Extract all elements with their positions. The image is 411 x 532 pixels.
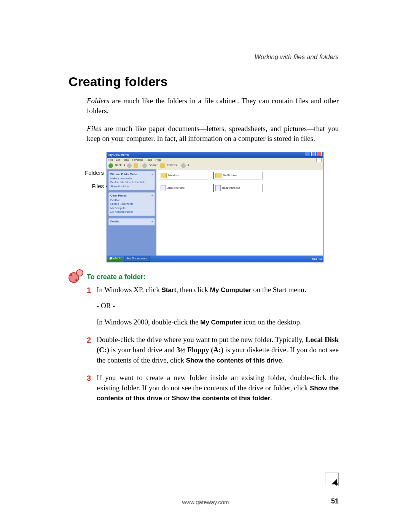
up-icon — [134, 163, 138, 168]
windows-flag-icon: ⊞ — [109, 257, 112, 261]
panel-header: Details — [110, 220, 153, 223]
page-number: 51 — [331, 497, 339, 505]
term-folders: Folders — [87, 97, 109, 105]
ui-label: 3½ Floppy (A:) — [177, 346, 223, 354]
xp-titlebar: My Documents — [107, 152, 323, 158]
step-number: 2 — [87, 335, 91, 345]
system-tray-clock: 4:13 PM — [312, 257, 322, 260]
menu-help: Help — [155, 158, 161, 161]
ui-label: My Computer — [210, 286, 252, 294]
xp-task-pane: File and Folder Tasks Make a new folder … — [107, 169, 156, 256]
start-button: ⊞ start — [107, 257, 123, 261]
or-separator: - OR - — [97, 301, 339, 311]
close-icon — [317, 152, 322, 156]
menu-tools: Tools — [146, 158, 152, 161]
place-item: My Computer — [110, 206, 153, 210]
folders-icon — [160, 163, 165, 168]
panel-other-places: Other Places Desktop Shared Documents My… — [108, 192, 155, 216]
windows-flag-icon — [316, 158, 322, 162]
place-item: My Network Places — [110, 210, 153, 214]
task-item: Publish this folder to the Web — [110, 181, 153, 184]
section-heading: Creating folders — [68, 74, 339, 89]
views-icon — [181, 163, 186, 168]
intro-block: Folders are much like the folders in a f… — [87, 96, 339, 262]
xp-content-area: My Music My Pictures ABC letter.doc — [156, 169, 323, 256]
menu-edit: Edit — [116, 158, 120, 161]
taskbar-button: My Documents — [124, 256, 150, 262]
file-item: Bank letter.doc — [213, 184, 263, 192]
ui-label: Show the contents of this drive — [186, 357, 282, 364]
procedure-steps: 1 In Windows XP, click Start, then click… — [87, 285, 339, 403]
place-item: Shared Documents — [110, 202, 153, 206]
place-item: Desktop — [110, 198, 153, 202]
ui-label: Show the contents of this folder — [172, 395, 270, 402]
window-controls — [305, 152, 322, 158]
search-icon — [142, 163, 147, 168]
term-files: Files — [87, 125, 101, 133]
procedure-title: To create a folder: — [87, 273, 339, 281]
procedure-block: To create a folder: 1 In Windows XP, cli… — [68, 273, 339, 403]
callout-files: Files — [67, 182, 104, 190]
step-number: 1 — [87, 285, 91, 296]
panel-file-tasks: File and Folder Tasks Make a new folder … — [108, 171, 155, 190]
task-item: Make a new folder — [110, 177, 153, 180]
folder-icon — [215, 173, 221, 178]
toolbar-search: Search — [149, 163, 158, 168]
menu-view: View — [123, 158, 129, 161]
panel-header: Other Places — [110, 194, 153, 197]
folder-item: My Music — [159, 172, 208, 179]
maximize-icon — [311, 152, 316, 156]
screenshot-figure: Folders Files My Documents File Edit Vie… — [107, 152, 323, 262]
document-icon — [215, 185, 221, 191]
footer-url: www.gateway.com — [0, 499, 411, 505]
document-icon — [161, 185, 166, 191]
ui-label: Start — [161, 286, 176, 294]
back-icon — [108, 163, 113, 168]
document-page: Working with files and folders Creating … — [0, 0, 411, 532]
folder-item: My Pictures — [213, 172, 263, 179]
xp-taskbar: ⊞ start My Documents 4:13 PM — [107, 256, 323, 262]
intro-files: Files are much like paper documents—lett… — [87, 124, 339, 143]
task-item: Share this folder — [110, 185, 153, 188]
step-3: 3 If you want to create a new folder ins… — [87, 373, 339, 403]
folder-icon — [161, 173, 167, 178]
step-2: 2 Double-click the drive where you want … — [87, 335, 339, 365]
running-header: Working with files and folders — [255, 53, 339, 61]
ui-label: My Computer — [200, 319, 242, 326]
gears-icon — [68, 269, 83, 282]
panel-details: Details — [108, 218, 155, 225]
file-item: ABC letter.doc — [159, 184, 208, 192]
step-number: 3 — [87, 373, 91, 383]
step-1: 1 In Windows XP, click Start, then click… — [87, 285, 339, 328]
forward-icon — [127, 163, 132, 168]
minimize-icon — [306, 152, 310, 156]
xp-menubar: File Edit View Favorites Tools Help — [107, 158, 323, 162]
toolbar-back: Back — [115, 163, 122, 168]
panel-header: File and Folder Tasks — [110, 173, 153, 176]
menu-favorites: Favorites — [132, 158, 143, 161]
page-corner-icon — [325, 473, 339, 486]
menu-file: File — [108, 158, 113, 161]
xp-toolbar: Back ▾ Search Folders ▾ — [107, 162, 323, 169]
window-title: My Documents — [108, 152, 129, 158]
callout-folders: Folders — [67, 169, 104, 177]
toolbar-folders: Folders — [167, 163, 177, 168]
intro-folders: Folders are much like the folders in a f… — [87, 96, 339, 115]
xp-explorer-window: My Documents File Edit View Favorites To… — [107, 152, 323, 262]
